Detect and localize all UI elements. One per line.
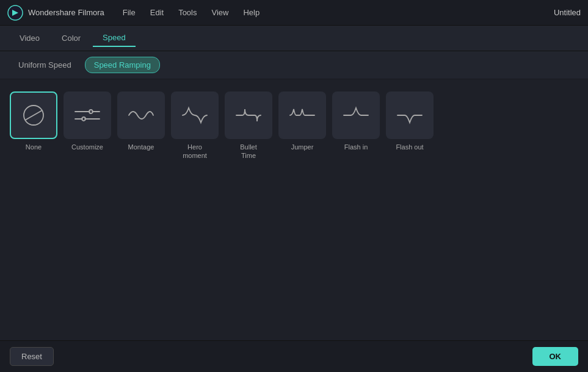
subtab-bar: Uniform Speed Speed Ramping bbox=[0, 51, 588, 79]
speed-item-none[interactable]: None bbox=[10, 91, 57, 151]
subtab-speed-ramping[interactable]: Speed Ramping bbox=[85, 57, 160, 73]
jumper-icon bbox=[286, 103, 318, 127]
speed-card-bullet-time[interactable] bbox=[225, 91, 272, 139]
speed-label-montage: Montage bbox=[128, 143, 154, 151]
flash-out-icon bbox=[394, 103, 426, 127]
speed-label-flash-in: Flash in bbox=[344, 143, 368, 151]
speed-item-customize[interactable]: Customize bbox=[64, 91, 111, 151]
speed-grid: None Customize bbox=[10, 91, 578, 160]
speed-item-bullet-time[interactable]: BulletTime bbox=[225, 91, 272, 160]
svg-point-5 bbox=[89, 110, 93, 113]
speed-label-customize: Customize bbox=[71, 143, 103, 151]
hero-moment-icon bbox=[179, 103, 211, 127]
menu-tools[interactable]: Tools bbox=[172, 5, 203, 20]
menu-edit[interactable]: Edit bbox=[144, 5, 170, 20]
speed-label-bullet-time: BulletTime bbox=[240, 143, 257, 160]
menu-file[interactable]: File bbox=[117, 5, 142, 20]
speed-card-flash-out[interactable] bbox=[386, 91, 434, 139]
speed-card-customize[interactable] bbox=[64, 91, 111, 139]
flash-in-icon bbox=[340, 103, 372, 127]
bottombar: Reset OK bbox=[0, 340, 588, 372]
speed-card-flash-in[interactable] bbox=[332, 91, 380, 139]
speed-card-none[interactable] bbox=[10, 91, 57, 139]
speed-label-hero-moment: Heromoment bbox=[183, 143, 207, 160]
menu-view[interactable]: View bbox=[205, 5, 234, 20]
speed-label-jumper: Jumper bbox=[291, 143, 314, 151]
speed-card-hero-moment[interactable] bbox=[171, 91, 219, 139]
speed-item-hero-moment[interactable]: Heromoment bbox=[171, 91, 219, 160]
tab-color[interactable]: Color bbox=[52, 30, 90, 46]
montage-icon bbox=[125, 103, 157, 127]
tab-video[interactable]: Video bbox=[10, 30, 49, 46]
window-title: Untitled bbox=[554, 8, 581, 17]
speed-card-montage[interactable] bbox=[117, 91, 165, 139]
menu-help[interactable]: Help bbox=[237, 5, 266, 20]
speed-item-flash-out[interactable]: Flash out bbox=[386, 91, 434, 151]
speed-label-none: None bbox=[26, 143, 42, 151]
reset-button[interactable]: Reset bbox=[10, 347, 54, 366]
svg-line-2 bbox=[25, 110, 42, 120]
svg-point-8 bbox=[82, 117, 85, 121]
tab-bar: Video Color Speed bbox=[0, 26, 588, 51]
speed-label-flash-out: Flash out bbox=[396, 143, 423, 151]
tab-speed[interactable]: Speed bbox=[93, 29, 136, 47]
speed-item-flash-in[interactable]: Flash in bbox=[332, 91, 380, 151]
filmora-logo-icon bbox=[7, 5, 23, 21]
ok-button[interactable]: OK bbox=[532, 347, 579, 366]
subtab-uniform-speed[interactable]: Uniform Speed bbox=[10, 57, 80, 73]
main-content: None Customize bbox=[0, 79, 588, 173]
bullet-time-icon bbox=[233, 103, 264, 127]
app-name-label: Wondershare Filmora bbox=[28, 8, 104, 17]
app-logo: Wondershare Filmora bbox=[7, 5, 104, 21]
speed-item-montage[interactable]: Montage bbox=[117, 91, 165, 151]
speed-item-jumper[interactable]: Jumper bbox=[278, 91, 326, 151]
customize-icon bbox=[71, 103, 103, 127]
titlebar: Wondershare Filmora File Edit Tools View… bbox=[0, 0, 588, 26]
none-icon bbox=[18, 103, 49, 127]
menu-bar: File Edit Tools View Help bbox=[117, 5, 554, 20]
speed-card-jumper[interactable] bbox=[278, 91, 326, 139]
